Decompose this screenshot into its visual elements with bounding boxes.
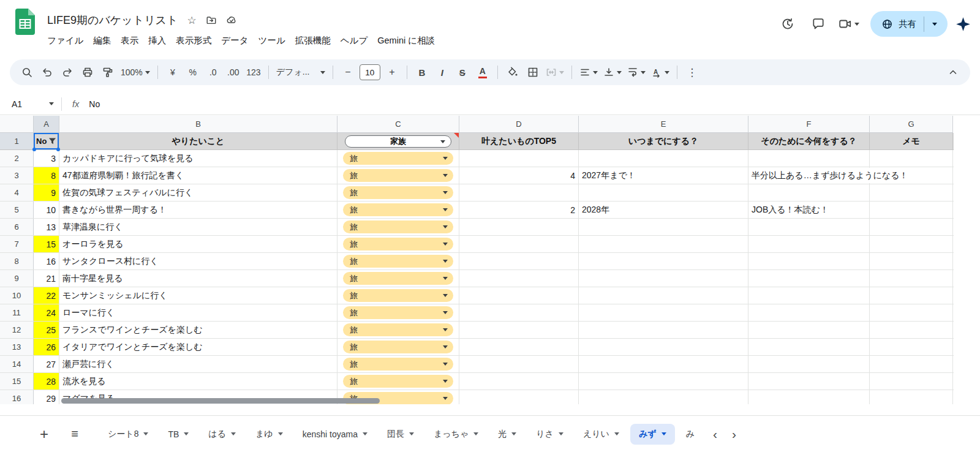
cell-G5[interactable]	[870, 202, 953, 218]
zoom-select[interactable]: 100%	[118, 62, 153, 82]
prev-sheets-button[interactable]: ‹	[713, 428, 717, 440]
cell-A6[interactable]: 13	[34, 219, 59, 235]
cell-B2[interactable]: カッパドキアに行って気球を見る	[59, 150, 337, 167]
dropdown-chip[interactable]: 旅	[343, 169, 453, 182]
cell-C8[interactable]: 旅	[337, 253, 459, 269]
text-rotation-button[interactable]: A	[649, 62, 672, 82]
horizontal-scrollbar[interactable]	[61, 398, 380, 404]
font-size-input[interactable]: 10	[360, 64, 380, 80]
column-header-C[interactable]: C	[337, 116, 459, 133]
cell-B5[interactable]: 書きながら世界一周する！	[59, 202, 337, 218]
cell-B3[interactable]: 47都道府県制覇！旅行記を書く	[59, 167, 337, 184]
cell-A9[interactable]: 21	[34, 270, 59, 287]
increase-decimals-button[interactable]: .00	[224, 62, 243, 82]
cell-G9[interactable]	[870, 270, 953, 287]
cell-D9[interactable]	[459, 270, 579, 287]
sheet-tab-0[interactable]: シート8	[99, 424, 157, 445]
cell-E9[interactable]	[579, 270, 748, 287]
cloud-status-icon[interactable]	[226, 15, 237, 26]
row-number-16[interactable]: 16	[0, 390, 34, 404]
sheet-tab-1[interactable]: TB	[159, 424, 197, 444]
cell-A4[interactable]: 9	[34, 184, 59, 201]
document-title[interactable]: LIFE9期のバケットリスト	[47, 13, 178, 28]
sheet-tab-6[interactable]: まっちゃ	[425, 424, 487, 445]
paint-format-button[interactable]	[98, 62, 118, 82]
cell-A1[interactable]: No	[34, 133, 59, 149]
cell-A16[interactable]: 29	[34, 390, 59, 404]
cell-F2[interactable]	[748, 150, 870, 167]
cell-C3[interactable]: 旅	[337, 167, 459, 184]
cell-B4[interactable]: 佐賀の気球フェスティバルに行く	[59, 184, 337, 201]
meet-video-icon[interactable]	[835, 10, 863, 38]
menu-format[interactable]: 表示形式	[171, 32, 216, 49]
add-sheet-button[interactable]: +	[32, 422, 56, 446]
row-number-12[interactable]: 12	[0, 322, 34, 338]
filter-icon[interactable]	[48, 137, 56, 145]
cell-F8[interactable]	[748, 253, 870, 269]
row-number-7[interactable]: 7	[0, 236, 34, 252]
cell-F15[interactable]	[748, 373, 870, 390]
cell-B12[interactable]: フランスでワインとチーズを楽しむ	[59, 322, 337, 338]
cell-C2[interactable]: 旅	[337, 150, 459, 167]
cell-A13[interactable]: 26	[34, 339, 59, 355]
row-number-6[interactable]: 6	[0, 219, 34, 235]
share-button[interactable]: 共有	[870, 11, 948, 37]
cell-D8[interactable]	[459, 253, 579, 269]
cell-E10[interactable]	[579, 287, 748, 304]
sheet-tab-9[interactable]: えりい	[575, 424, 628, 445]
cell-G13[interactable]	[870, 339, 953, 355]
sparkle-icon[interactable]	[955, 16, 971, 32]
cell-G6[interactable]	[870, 219, 953, 235]
cell-D12[interactable]	[459, 322, 579, 338]
cell-F6[interactable]	[748, 219, 870, 235]
cell-E7[interactable]	[579, 236, 748, 252]
percent-format-button[interactable]: %	[183, 62, 203, 82]
column-header-F[interactable]: F	[748, 116, 870, 133]
collapse-toolbar-button[interactable]	[943, 62, 963, 82]
select-all-corner[interactable]	[0, 116, 34, 133]
number-format-button[interactable]: 123	[244, 62, 263, 82]
cell-G7[interactable]	[870, 236, 953, 252]
share-dropdown-arrow[interactable]	[924, 23, 945, 26]
row-number-15[interactable]: 15	[0, 373, 34, 390]
cell-E15[interactable]	[579, 373, 748, 390]
cell-C1[interactable]: 家族	[337, 133, 459, 149]
cell-D3[interactable]: 4	[459, 167, 579, 184]
font-family-select[interactable]: デフォ...	[274, 62, 328, 82]
dropdown-chip[interactable]: 旅	[343, 306, 453, 319]
move-folder-icon[interactable]	[206, 15, 217, 26]
vertical-align-button[interactable]	[601, 62, 624, 82]
cell-C13[interactable]: 旅	[337, 339, 459, 355]
cell-E11[interactable]	[579, 304, 748, 321]
cell-A10[interactable]: 22	[34, 287, 59, 304]
cell-F4[interactable]	[748, 184, 870, 201]
cell-D16[interactable]	[459, 390, 579, 404]
cell-B10[interactable]: モンサンミッシェルに行く	[59, 287, 337, 304]
dropdown-chip[interactable]: 旅	[343, 220, 453, 233]
cell-A8[interactable]: 16	[34, 253, 59, 269]
cell-C7[interactable]: 旅	[337, 236, 459, 252]
selection-handle[interactable]	[56, 148, 60, 151]
cell-B1[interactable]: やりたいこと	[59, 133, 337, 149]
cell-F10[interactable]	[748, 287, 870, 304]
decrease-font-size-button[interactable]: −	[338, 62, 358, 82]
sheet-tab-10[interactable]: みず	[630, 424, 675, 445]
cell-F1[interactable]: そのために今何をする？	[748, 133, 870, 149]
cell-B13[interactable]: イタリアでワインとチーズを楽しむ	[59, 339, 337, 355]
sheet-tab-8[interactable]: りさ	[527, 424, 572, 445]
cell-E4[interactable]	[579, 184, 748, 201]
cell-E16[interactable]	[579, 390, 748, 404]
row-number-14[interactable]: 14	[0, 356, 34, 372]
cell-E3[interactable]: 2027年まで！	[579, 167, 748, 184]
cell-D14[interactable]	[459, 356, 579, 372]
cell-C9[interactable]: 旅	[337, 270, 459, 287]
menu-view[interactable]: 表示	[116, 32, 143, 49]
cell-F3[interactable]: 半分以上ある…まず歩けるようになる！	[748, 167, 870, 184]
strikethrough-button[interactable]: S	[453, 62, 472, 82]
cell-B9[interactable]: 南十字星を見る	[59, 270, 337, 287]
dropdown-chip[interactable]: 旅	[343, 341, 453, 353]
dropdown-chip[interactable]: 旅	[343, 255, 453, 268]
cell-G4[interactable]	[870, 184, 953, 201]
redo-button[interactable]	[58, 62, 77, 82]
cell-C4[interactable]: 旅	[337, 184, 459, 201]
